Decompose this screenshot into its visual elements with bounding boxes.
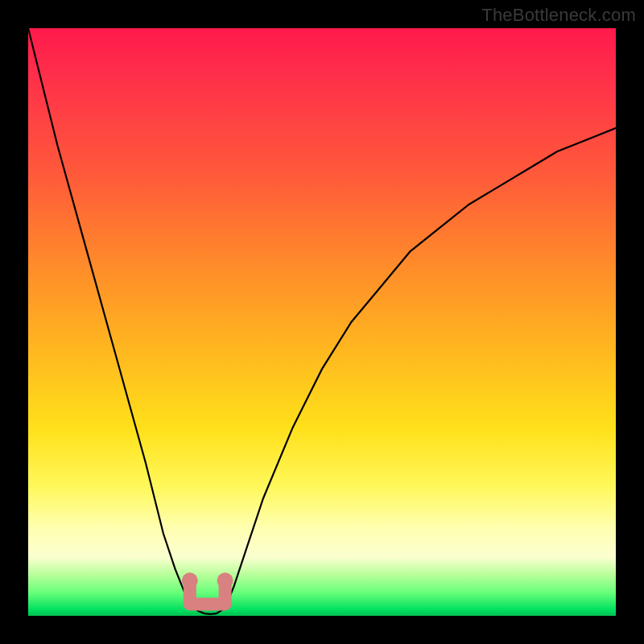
bottleneck-curve	[28, 28, 616, 614]
valley-dot-right	[217, 572, 233, 588]
curve-line	[28, 28, 616, 614]
valley-dot-left	[182, 572, 198, 588]
chart-frame: TheBottleneck.com	[0, 0, 644, 644]
chart-svg	[28, 28, 616, 616]
valley-marker	[182, 572, 233, 604]
plot-area	[28, 28, 616, 616]
watermark-text: TheBottleneck.com	[481, 5, 636, 26]
